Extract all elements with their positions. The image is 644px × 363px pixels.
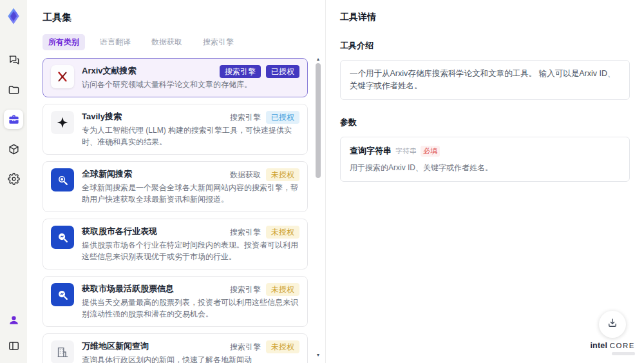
scrollbar-thumb[interactable]	[316, 63, 321, 178]
download-button[interactable]	[599, 311, 626, 338]
tool-description: 全球新闻搜索是一个聚合全球各大新闻网站内容的搜索引擎，帮助用户快速获取全球最新资…	[82, 182, 298, 205]
tool-card[interactable]: Tavily搜索专为人工智能代理 (LLM) 构建的搜索引擎工具，可快速提供实时…	[43, 104, 308, 155]
sidebar-item-panel-toggle-icon[interactable]	[4, 336, 23, 355]
sidebar-nav	[4, 50, 23, 188]
tool-list-panel: 工具集 所有类别语言翻译数据获取搜索引擎 Arxiv文献搜索访问各个研究领域大量…	[27, 0, 325, 363]
app-window: 工具集 所有类别语言翻译数据获取搜索引擎 Arxiv文献搜索访问各个研究领域大量…	[0, 0, 644, 363]
auth-status-badge: 未授权	[266, 226, 299, 239]
param-item: 查询字符串字符串必填用于搜索的Arxiv ID、关键字或作者姓名。	[340, 137, 630, 182]
download-widget: intel core	[590, 311, 635, 355]
category-badge: 数据获取	[230, 170, 261, 181]
news-search-icon	[51, 168, 74, 191]
category-badge: 搜索引擎	[230, 112, 261, 123]
sidebar	[0, 0, 27, 363]
download-icon	[607, 317, 618, 331]
tool-card[interactable]: 获取股市各行业表现提供股票市场各个行业在特定时间段内的表现。投资者可以利用这些信…	[43, 219, 308, 270]
tool-description: 访问各个研究领域大量科学论文和文章的存储库。	[82, 79, 298, 90]
brand-bar	[612, 352, 635, 355]
tool-description: 提供股票市场各个行业在特定时间段内的表现。投资者可以利用这些信息来识别表现优于或…	[82, 239, 298, 262]
auth-status-badge: 未授权	[266, 340, 299, 353]
sidebar-item-folder-icon[interactable]	[4, 80, 23, 99]
auth-status-badge: 未授权	[266, 168, 299, 181]
category-badge: 搜索引擎	[220, 65, 261, 78]
list-scrollbar[interactable]: ▲ ▼	[315, 57, 321, 358]
tool-description: 提供当天交易量最高的股票列表，投资者可以利用这些信息来识别流动性强的股票和潜在的…	[82, 297, 298, 320]
auth-status-badge: 未授权	[266, 283, 299, 296]
auth-status-badge: 已授权	[266, 111, 299, 124]
param-required-badge: 必填	[421, 146, 440, 157]
intel-core-logo: intel core	[590, 341, 635, 355]
tool-description: 查询具体行政区划内的新闻，快速了解各地新闻动	[82, 354, 298, 363]
tool-card[interactable]: 获取市场最活跃股票信息提供当天交易量最高的股票列表，投资者可以利用这些信息来识别…	[43, 276, 308, 327]
scroll-down-icon[interactable]: ▼	[315, 353, 321, 358]
sidebar-bottom	[4, 310, 23, 355]
params-heading: 参数	[340, 117, 630, 128]
page-title: 工具集	[27, 0, 325, 24]
auth-status-badge: 已授权	[266, 65, 299, 78]
tool-description: 专为人工智能代理 (LLM) 构建的搜索引擎工具，可快速提供实时、准确和真实的结…	[82, 124, 298, 148]
arxiv-logo-icon	[51, 65, 74, 88]
param-description: 用于搜索的Arxiv ID、关键字或作者姓名。	[350, 162, 620, 173]
building-icon	[51, 340, 74, 363]
scroll-up-icon[interactable]: ▲	[315, 57, 321, 62]
intro-heading: 工具介绍	[340, 40, 630, 52]
brand-core: core	[610, 342, 635, 349]
sidebar-item-cube-icon[interactable]	[4, 139, 23, 159]
tool-card[interactable]: 全球新闻搜索全球新闻搜索是一个聚合全球各大新闻网站内容的搜索引擎，帮助用户快速获…	[43, 161, 308, 212]
sidebar-item-chat-icon[interactable]	[4, 50, 23, 70]
category-tab[interactable]: 语言翻译	[94, 34, 137, 50]
detail-title: 工具详情	[340, 12, 630, 23]
category-badge: 搜索引擎	[230, 227, 261, 238]
tool-detail-panel: 工具详情 工具介绍 一个用于从Arxiv存储库搜索科学论文和文章的工具。 输入可…	[326, 0, 644, 363]
category-tab[interactable]: 搜索引擎	[197, 34, 240, 50]
category-badge: 搜索引擎	[230, 342, 261, 353]
stock-search-icon	[51, 226, 74, 249]
category-tab[interactable]: 所有类别	[43, 34, 85, 50]
stock-search-icon	[51, 283, 74, 306]
app-logo-icon	[3, 5, 24, 27]
param-name: 查询字符串	[350, 145, 392, 157]
tool-card[interactable]: Arxiv文献搜索访问各个研究领域大量科学论文和文章的存储库。搜索引擎已授权	[43, 58, 308, 97]
tool-list: Arxiv文献搜索访问各个研究领域大量科学论文和文章的存储库。搜索引擎已授权Ta…	[43, 58, 308, 363]
param-type: 字符串	[395, 146, 417, 156]
sidebar-item-toolbox-icon[interactable]	[4, 110, 23, 129]
category-tabs: 所有类别语言翻译数据获取搜索引擎	[43, 34, 325, 50]
brand-intel: intel	[590, 341, 607, 350]
category-badge: 搜索引擎	[230, 284, 261, 295]
intro-text: 一个用于从Arxiv存储库搜索科学论文和文章的工具。 输入可以是Arxiv ID…	[340, 60, 630, 100]
tool-card[interactable]: 万维地区新闻查询查询具体行政区划内的新闻，快速了解各地新闻动搜索引擎未授权	[43, 333, 308, 363]
category-tab[interactable]: 数据获取	[146, 34, 188, 50]
sidebar-item-user-avatar-icon[interactable]	[4, 310, 23, 329]
param-list: 查询字符串字符串必填用于搜索的Arxiv ID、关键字或作者姓名。	[340, 137, 630, 182]
sparkle-icon	[51, 111, 74, 134]
sidebar-item-settings-icon[interactable]	[4, 169, 23, 188]
